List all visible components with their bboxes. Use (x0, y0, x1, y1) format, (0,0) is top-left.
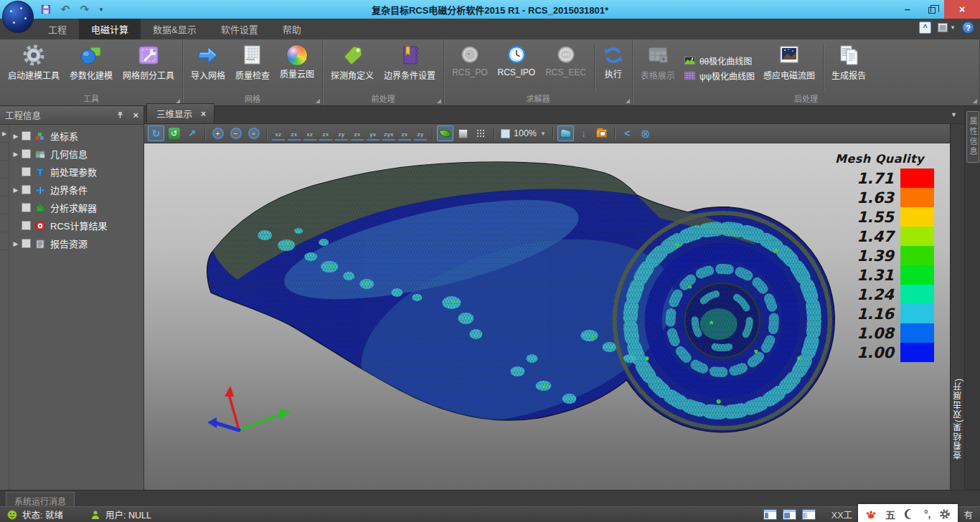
generate-report-button[interactable]: 生成报告 (827, 42, 870, 94)
close-tab-icon[interactable]: × (201, 109, 206, 119)
zoom-out-button[interactable]: − (227, 125, 244, 141)
tab-data-display[interactable]: 数据&显示 (141, 19, 209, 39)
table-display-button[interactable]: 表格展示 (636, 42, 679, 94)
view-yx-button[interactable]: yx (367, 126, 380, 141)
induced-current-map-button[interactable]: 感应电磁流图 (759, 42, 819, 94)
tree-item-preprocess-params[interactable]: 前处理参数 (10, 163, 143, 181)
launch-modeling-tool-button[interactable]: 启动建模工具 (4, 42, 64, 94)
restore-button[interactable] (920, 0, 944, 19)
execute-button[interactable]: 执行 (598, 42, 628, 94)
download-view-button[interactable]: ↓ (575, 125, 592, 141)
points-mode-button[interactable] (473, 125, 489, 141)
boundary-condition-settings-button[interactable]: 边界条件设置 (380, 42, 440, 94)
close-panel-icon[interactable]: × (133, 110, 138, 120)
collapse-ribbon-icon[interactable]: ^ (919, 22, 931, 34)
rcs-ipo-button[interactable]: RCS_IPO (493, 42, 540, 94)
quality-check-button[interactable]: 质量检查 (231, 42, 274, 94)
expand-icon[interactable]: ▶ (10, 133, 22, 140)
layout-center-button[interactable] (783, 509, 796, 520)
view-xz-button[interactable]: xz (272, 126, 285, 141)
help-icon[interactable]: ? (962, 22, 974, 34)
orbit-reset-button[interactable]: ↺ (166, 125, 182, 141)
select-region-button[interactable] (557, 125, 574, 141)
ime-paw-icon[interactable] (865, 508, 877, 520)
tab-em-computation[interactable]: 电磁计算 (79, 19, 141, 39)
rcs-eec-button[interactable]: RCS_EEC (541, 42, 590, 94)
tree-item-geometry-info[interactable]: ▶ 几何信息 (10, 145, 143, 163)
export-image-button[interactable] (593, 125, 610, 141)
mesh-quality-legend: Mesh Quality 1.71 1.63 1.55 1.47 1.39 1.… (825, 152, 934, 362)
dial-icon (459, 44, 481, 66)
view-xz2-button[interactable]: xz (303, 126, 316, 141)
dot-grid-icon (476, 129, 486, 138)
view-zx-button[interactable]: zx (288, 126, 301, 141)
expand-icon[interactable]: ▶ (10, 240, 22, 247)
psi-polarization-curve-button[interactable]: ψψ极化曲线图 (684, 70, 755, 82)
tab-project[interactable]: 工程 (36, 19, 79, 39)
canvas-3d[interactable]: Mesh Quality 1.71 1.63 1.55 1.47 1.39 1.… (144, 143, 950, 490)
group-expand-icon[interactable] (437, 99, 441, 103)
zoom-in-button[interactable]: + (209, 125, 226, 141)
checkbox[interactable] (22, 149, 31, 158)
quality-cloudmap-button[interactable]: 质量云图 (275, 42, 319, 94)
gutter-expand-icon[interactable]: ▶ (0, 125, 9, 143)
rcs-po-button[interactable]: RCS_PO (448, 42, 491, 94)
ime-punctuation-toggle[interactable]: °, (924, 508, 931, 520)
group-expand-icon[interactable] (973, 99, 977, 103)
parametric-modeling-button[interactable]: 参数化建模 (65, 42, 117, 94)
zoom-fit-button[interactable]: ▫ (245, 125, 262, 141)
checkbox[interactable] (22, 239, 31, 248)
checkbox[interactable] (22, 167, 31, 176)
tree-item-rcs-results[interactable]: RCS计算结果 (10, 217, 143, 234)
layout-left-button[interactable] (763, 509, 777, 520)
group-expand-icon[interactable] (316, 99, 320, 103)
view-zy-button[interactable]: zy (335, 126, 348, 141)
view-zx3-button[interactable]: zx (351, 126, 364, 141)
ime-toolbar[interactable]: 五 °, (858, 504, 958, 522)
group-expand-icon[interactable] (626, 99, 630, 103)
expand-icon[interactable]: ▶ (10, 186, 22, 194)
clear-view-button[interactable]: ⊗ (637, 125, 654, 141)
pin-icon[interactable] (116, 111, 124, 119)
legend-row: 1.31 (825, 265, 934, 285)
ui-style-dropdown[interactable]: ▼ (938, 23, 956, 32)
close-button[interactable]: × (944, 0, 980, 19)
expand-icon[interactable]: ▶ (10, 151, 22, 158)
rotate-view-button[interactable]: ↻ (148, 125, 164, 141)
minimize-button[interactable]: – (895, 0, 920, 19)
probe-angle-define-button[interactable]: 探测角定义 (326, 42, 378, 94)
ribbon-group-postprocess: 表格展示 θθ极化曲线图 ψψ极化曲线图 感应电磁流图 生成报告 (633, 39, 980, 105)
theta-polarization-curve-button[interactable]: θθ极化曲线图 (684, 54, 755, 67)
checkbox[interactable] (22, 203, 31, 212)
property-info-tab[interactable]: 属性信息 (966, 111, 979, 163)
shaded-mode-button[interactable] (437, 125, 453, 141)
mesh-partition-tool-button[interactable]: 网格剖分工具 (118, 42, 179, 94)
view-results-splitter[interactable]: 查看结果(双击展开) (950, 124, 964, 490)
tab-software-settings[interactable]: 软件设置 (209, 19, 270, 39)
ribbon-group-mesh: 导入网格 质量检查 质量云图 网格 (183, 39, 323, 105)
share-button[interactable]: < (619, 125, 636, 141)
tree-item-coordinate-system[interactable]: ▶ 坐标系 (10, 127, 143, 145)
view-iso1-button[interactable]: zyx (382, 126, 395, 141)
tab-3d-display[interactable]: 三维显示 × (146, 103, 215, 123)
view-iso2-button[interactable]: zx (398, 126, 411, 141)
zoom-level-control[interactable]: 100% ▼ (499, 128, 548, 138)
checkbox[interactable] (22, 131, 31, 141)
checkbox[interactable] (22, 185, 31, 194)
app-logo[interactable] (2, 1, 34, 33)
tree-item-report-resources[interactable]: ▶ 报告资源 (10, 234, 143, 252)
tree-item-analysis-solver[interactable]: 分析求解器 (10, 199, 143, 217)
view-zx2-button[interactable]: zx (319, 126, 332, 141)
tab-list-dropdown-icon[interactable]: ▼ (951, 111, 957, 118)
import-mesh-button[interactable]: 导入网格 (187, 42, 230, 94)
ime-moon-icon[interactable] (904, 508, 915, 520)
pan-view-button[interactable]: ↗ (184, 125, 200, 141)
ime-wubi-toggle[interactable]: 五 (885, 507, 895, 521)
layout-right-button[interactable] (802, 509, 816, 520)
tree-item-boundary-conditions[interactable]: ▶ 边界条件 (10, 181, 143, 199)
ime-gear-icon[interactable] (939, 508, 951, 520)
view-iso3-button[interactable]: zy (414, 126, 427, 141)
checkbox[interactable] (22, 221, 31, 230)
solid-mode-button[interactable] (455, 125, 471, 141)
tab-help[interactable]: 帮助 (270, 19, 314, 39)
